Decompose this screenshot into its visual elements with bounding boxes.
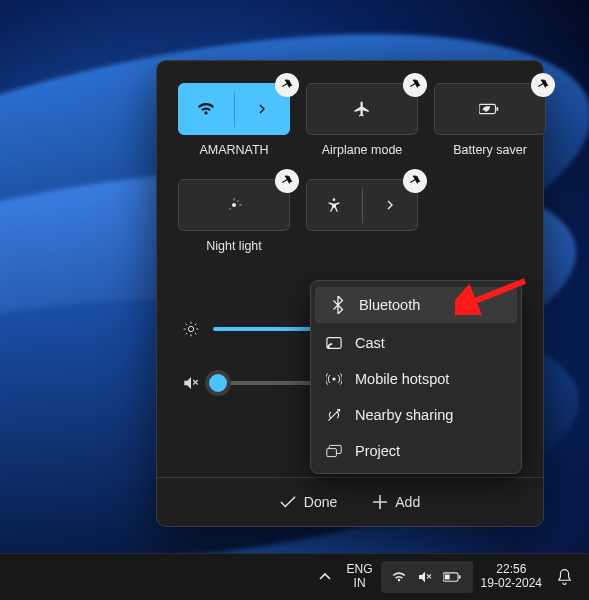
svg-rect-1 (496, 107, 498, 111)
menu-item-project[interactable]: Project (311, 433, 521, 469)
svg-rect-30 (444, 575, 449, 580)
tile-label: AMARNATH (199, 143, 268, 157)
menu-item-bluetooth[interactable]: Bluetooth (315, 287, 517, 323)
notifications-button[interactable] (550, 554, 579, 600)
menu-item-cast[interactable]: Cast (311, 325, 521, 361)
night-icon (226, 197, 242, 213)
tile-label: Battery saver (453, 143, 527, 157)
svg-line-13 (186, 324, 187, 325)
language-switcher[interactable]: ENG IN (339, 554, 381, 600)
quick-tiles-grid: AMARNATH Airplane mode Battery saver (157, 61, 543, 253)
battery-saver-toggle[interactable] (434, 83, 546, 135)
svg-line-14 (195, 333, 196, 334)
volume-muted-icon (179, 375, 203, 391)
tile-night-light: Night light (179, 179, 289, 253)
brightness-icon (179, 321, 203, 337)
svg-line-16 (195, 324, 196, 325)
svg-point-8 (188, 326, 193, 331)
menu-label: Project (355, 443, 400, 459)
svg-line-15 (186, 333, 187, 334)
airplane-icon (353, 100, 371, 118)
tile-label: Night light (206, 239, 262, 253)
tile-label: Airplane mode (322, 143, 403, 157)
wifi-tray-icon (391, 571, 407, 583)
nearby-icon (325, 407, 343, 423)
svg-line-5 (229, 208, 230, 209)
svg-point-2 (232, 203, 236, 207)
svg-line-6 (237, 200, 238, 201)
wifi-toggle[interactable] (178, 83, 290, 135)
lang-line2: IN (354, 577, 366, 591)
tile-accessibility (307, 179, 417, 253)
accessibility-icon (307, 180, 362, 230)
add-tile-menu: Bluetooth Cast Mobile hotspot Nearby sha… (310, 280, 522, 474)
menu-label: Mobile hotspot (355, 371, 449, 387)
svg-point-7 (333, 198, 336, 201)
tile-airplane: Airplane mode (307, 83, 417, 157)
battery-tray-icon (443, 571, 463, 583)
panel-footer: Done Add (157, 477, 543, 526)
bluetooth-icon (329, 296, 347, 314)
time-text: 22:56 (496, 563, 526, 577)
tray-overflow[interactable] (311, 554, 339, 600)
menu-label: Nearby sharing (355, 407, 453, 423)
menu-label: Cast (355, 335, 385, 351)
taskbar: ENG IN 22:56 19-02-2024 (0, 553, 589, 600)
menu-label: Bluetooth (359, 297, 420, 313)
tile-battery-saver: Battery saver (435, 83, 545, 157)
hotspot-icon (325, 371, 343, 387)
wifi-icon (179, 84, 234, 134)
add-label: Add (395, 494, 420, 510)
done-button[interactable]: Done (280, 494, 337, 510)
done-label: Done (304, 494, 337, 510)
cast-icon (325, 336, 343, 350)
lang-line1: ENG (347, 563, 373, 577)
menu-item-nearby[interactable]: Nearby sharing (311, 397, 521, 433)
accessibility-toggle[interactable] (306, 179, 418, 231)
date-text: 19-02-2024 (481, 577, 542, 591)
add-button[interactable]: Add (373, 494, 420, 510)
project-icon (325, 444, 343, 458)
tile-wifi: AMARNATH (179, 83, 289, 157)
airplane-toggle[interactable] (306, 83, 418, 135)
system-tray[interactable] (381, 561, 473, 593)
clock[interactable]: 22:56 19-02-2024 (473, 554, 550, 600)
battery-leaf-icon (479, 102, 501, 116)
menu-item-hotspot[interactable]: Mobile hotspot (311, 361, 521, 397)
svg-rect-29 (458, 575, 460, 578)
volume-tray-icon (417, 570, 433, 584)
svg-rect-26 (327, 449, 337, 457)
svg-point-24 (332, 377, 335, 380)
night-light-toggle[interactable] (178, 179, 290, 231)
